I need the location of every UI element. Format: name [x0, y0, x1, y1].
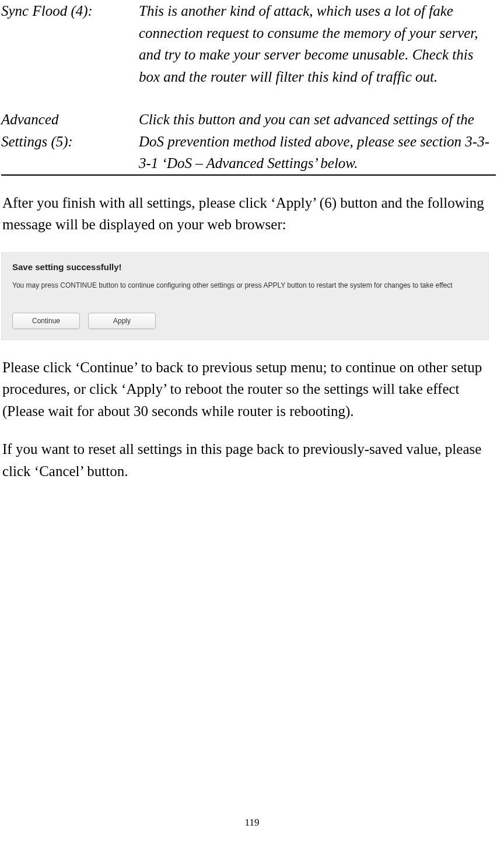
term-advanced-settings: Advanced Settings (5): [1, 109, 139, 175]
save-confirmation-screenshot: Save setting successfully! You may press… [1, 252, 489, 340]
definition-table: Sync Flood (4): This is another kind of … [1, 0, 496, 176]
paragraph-continue-instruction: Please click ‘Continue’ to back to previ… [2, 356, 495, 422]
page-number: 119 [0, 817, 504, 828]
desc-advanced-settings: Click this button and you can set advanc… [139, 109, 496, 175]
save-success-title: Save setting successfully! [12, 262, 478, 272]
definition-row-advanced-settings: Advanced Settings (5): Click this button… [1, 109, 496, 175]
save-success-buttons: Continue Apply [12, 313, 478, 329]
definition-row-sync-flood: Sync Flood (4): This is another kind of … [1, 0, 496, 88]
desc-sync-flood: This is another kind of attack, which us… [139, 0, 496, 88]
paragraph-cancel-instruction: If you want to reset all settings in thi… [2, 438, 495, 482]
save-success-subtext: You may press CONTINUE button to continu… [12, 280, 478, 291]
apply-button[interactable]: Apply [88, 313, 156, 329]
continue-button[interactable]: Continue [12, 313, 80, 329]
paragraph-apply-instruction: After you finish with all settings, plea… [2, 192, 495, 236]
term-sync-flood: Sync Flood (4): [1, 0, 139, 88]
